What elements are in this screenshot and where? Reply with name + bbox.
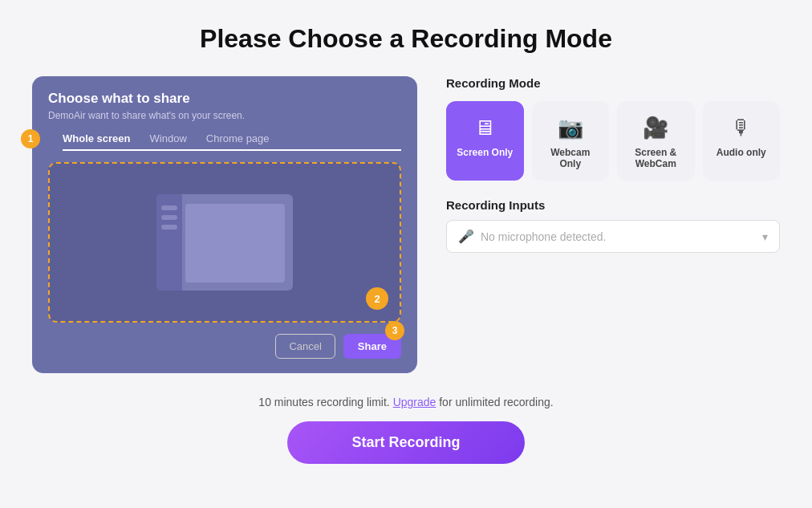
recording-mode-label: Recording Mode: [446, 76, 780, 90]
screen-sidebar: [156, 194, 182, 291]
sidebar-line-3: [161, 225, 177, 230]
mode-audio-only[interactable]: 🎙 Audio only: [703, 101, 781, 181]
cancel-button[interactable]: Cancel: [275, 334, 335, 359]
screen-only-icon: 🖥: [474, 116, 495, 140]
screen-share-panel: Choose what to share DemoAir want to sha…: [32, 76, 417, 373]
right-panel: Recording Mode 🖥 Screen Only 📷 Webcam On…: [446, 76, 780, 373]
step1-badge: 1: [21, 129, 40, 148]
mode-screen-webcam[interactable]: 🎥 Screen & WebCam: [617, 101, 695, 181]
mic-muted-icon: 🎤: [458, 229, 474, 244]
recording-modes: 🖥 Screen Only 📷 Webcam Only 🎥 Screen & W…: [446, 101, 780, 181]
tab-chrome-page[interactable]: Chrome page: [206, 132, 270, 149]
page-title: Please Choose a Recording Mode: [200, 24, 612, 54]
audio-only-label: Audio only: [717, 147, 766, 158]
start-recording-button[interactable]: Start Recording: [287, 421, 524, 464]
step3-badge: 3: [385, 321, 404, 340]
tab-whole-screen[interactable]: Whole screen: [63, 132, 131, 151]
audio-only-icon: 🎙: [731, 116, 752, 140]
mic-status-text: No microphone detected.: [481, 230, 756, 243]
limit-text-after2: for unlimited recording.: [439, 396, 553, 408]
chevron-down-icon: ▾: [762, 230, 768, 243]
screen-only-label: Screen Only: [457, 147, 513, 158]
mode-webcam-only[interactable]: 📷 Webcam Only: [532, 101, 610, 181]
step2-badge: 2: [366, 287, 388, 310]
mode-screen-only[interactable]: 🖥 Screen Only: [446, 101, 524, 181]
panel-subtitle: DemoAir want to share what's on your scr…: [48, 110, 401, 121]
webcam-only-label: Webcam Only: [542, 147, 600, 169]
sidebar-line-1: [161, 205, 177, 210]
panel-buttons: 3 Cancel Share: [48, 334, 401, 359]
limit-text-before: 10 minutes recording limit.: [258, 396, 389, 408]
tabs-wrapper: 1 Whole screen Window Chrome page: [48, 132, 401, 151]
panel-title: Choose what to share: [48, 91, 401, 107]
screen-webcam-label: Screen & WebCam: [627, 147, 685, 169]
sidebar-line-2: [161, 215, 177, 220]
tab-window[interactable]: Window: [150, 132, 187, 149]
mic-dropdown[interactable]: 🎤 No microphone detected. ▾: [446, 220, 780, 253]
limit-text: 10 minutes recording limit. Upgrade for …: [32, 396, 780, 408]
screen-webcam-icon: 🎥: [643, 116, 668, 140]
screen-main-area: [185, 204, 285, 282]
screen-inner: [156, 194, 293, 291]
bottom-section: 10 minutes recording limit. Upgrade for …: [32, 396, 780, 464]
recording-inputs-label: Recording Inputs: [446, 198, 780, 212]
main-content: Choose what to share DemoAir want to sha…: [32, 76, 780, 373]
webcam-only-icon: 📷: [558, 116, 583, 140]
screen-preview-area: 2: [48, 162, 401, 323]
upgrade-link[interactable]: Upgrade: [393, 396, 436, 408]
tabs-row: Whole screen Window Chrome page: [63, 132, 401, 151]
